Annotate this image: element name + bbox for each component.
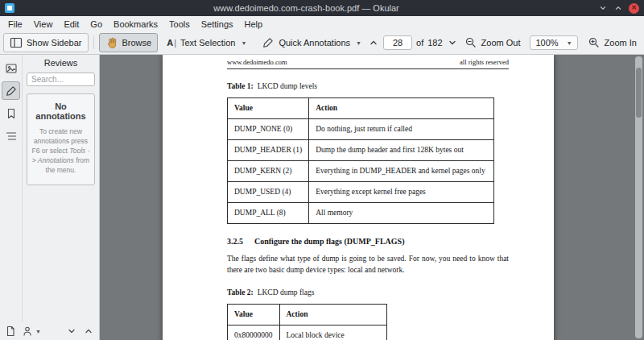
magnifier-minus-icon bbox=[464, 36, 477, 49]
search-input[interactable] bbox=[27, 73, 95, 86]
chevron-down-icon: ▼ bbox=[567, 40, 572, 46]
reviews-panel: Reviews No annotations To create new ann… bbox=[22, 55, 99, 322]
menu-settings[interactable]: Settings bbox=[196, 18, 239, 31]
cell-value: DUMP_ALL (8) bbox=[228, 203, 309, 224]
toolbar-separator bbox=[93, 36, 94, 49]
column-header-action: Action bbox=[309, 98, 494, 119]
table1-caption: Table 1:LKCD dump levels bbox=[227, 82, 509, 90]
scrollbar-thumb[interactable] bbox=[636, 68, 642, 118]
browse-button[interactable]: Browse bbox=[99, 33, 159, 52]
show-sidebar-button[interactable]: Show Sidebar bbox=[3, 33, 89, 52]
group-by-author-button[interactable]: ▼ bbox=[22, 325, 41, 337]
page-navigation: of 182 bbox=[368, 35, 458, 50]
cell-value: DUMP_NONE (0) bbox=[228, 119, 309, 140]
table-row: DUMP_KERN (2) Everything in DUMP_HEADER … bbox=[228, 161, 494, 182]
page-number-input[interactable] bbox=[383, 35, 412, 50]
zoom-out-button[interactable]: Zoom Out bbox=[458, 33, 527, 52]
table-of-contents-icon bbox=[5, 130, 18, 143]
section-title: Configure the dump flags (DUMP_FLAGS) bbox=[254, 237, 404, 246]
panel-title: Reviews bbox=[27, 57, 95, 73]
sidebar-main: Reviews No annotations To create new ann… bbox=[0, 55, 99, 322]
sidebar-panel-icon bbox=[10, 36, 23, 49]
cell-value: DUMP_USED (4) bbox=[228, 182, 309, 203]
bookmark-icon bbox=[5, 107, 18, 120]
cell-action: All memory bbox=[309, 203, 494, 224]
close-icon[interactable]: ✕ bbox=[629, 3, 639, 14]
cell-action: Dump the dump header and first 128K byte… bbox=[309, 140, 494, 161]
zoom-in-button[interactable]: Zoom In bbox=[581, 33, 643, 52]
table-row: DUMP_NONE (0) Do nothing, just return if… bbox=[228, 119, 494, 140]
thumbnails-tab[interactable] bbox=[2, 59, 20, 77]
toolbar-left: Show Sidebar Browse A| Text Selection ▼ … bbox=[3, 33, 368, 52]
quick-annotations-label: Quick Annotations bbox=[279, 38, 350, 48]
maximize-icon[interactable] bbox=[613, 3, 623, 13]
menu-tools[interactable]: Tools bbox=[163, 18, 196, 31]
column-header-value: Value bbox=[228, 305, 280, 325]
next-page-icon[interactable] bbox=[447, 37, 458, 48]
previous-page-icon[interactable] bbox=[368, 37, 379, 48]
author-person-icon bbox=[22, 325, 33, 337]
table-header-row: Value Action bbox=[228, 98, 494, 119]
text-selection-icon: A| bbox=[167, 38, 176, 48]
text-selection-button[interactable]: A| Text Selection ▼ bbox=[160, 35, 253, 51]
table-row: 0x80000000 Local block device bbox=[228, 325, 387, 340]
no-annotations-title: No annotations bbox=[31, 102, 90, 121]
browse-label: Browse bbox=[122, 38, 152, 48]
pdf-page-content: www.dedoimedo.com all rights reserved Ta… bbox=[163, 55, 554, 340]
cell-value: 0x80000000 bbox=[228, 325, 280, 340]
menu-file[interactable]: File bbox=[2, 18, 28, 31]
table1-caption-label: Table 1: bbox=[227, 82, 254, 90]
bookmarks-tab[interactable] bbox=[2, 104, 20, 122]
menubar: File View Edit Go Bookmarks Tools Settin… bbox=[0, 16, 644, 31]
menu-edit[interactable]: Edit bbox=[58, 18, 85, 31]
vertical-scrollbar[interactable] bbox=[635, 56, 642, 338]
annotation-pen-icon bbox=[5, 85, 18, 97]
chevron-up-icon bbox=[83, 325, 94, 337]
cell-action: Everything except kernel free pages bbox=[309, 182, 494, 203]
okular-window: www.dedoimedo.com-crash-book.pdf — Okula… bbox=[0, 0, 644, 340]
table2-caption: Table 2:LKCD dump flags bbox=[227, 288, 509, 296]
column-header-value: Value bbox=[228, 98, 309, 119]
reviews-tab[interactable] bbox=[2, 81, 20, 100]
document-viewport[interactable]: www.dedoimedo.com all rights reserved Ta… bbox=[100, 55, 644, 340]
pdf-running-header: www.dedoimedo.com all rights reserved bbox=[227, 58, 509, 69]
zoom-level-combo[interactable]: 100% ▼ bbox=[530, 35, 577, 50]
show-sidebar-label: Show Sidebar bbox=[27, 38, 82, 48]
toolbar-right: Zoom Out 100% ▼ Zoom In bbox=[458, 33, 643, 52]
group-by-page-button[interactable] bbox=[5, 325, 16, 337]
table1-caption-text: LKCD dump levels bbox=[258, 82, 317, 90]
cell-action: Local block device bbox=[279, 325, 386, 340]
titlebar: www.dedoimedo.com-crash-book.pdf — Okula… bbox=[0, 0, 644, 16]
header-rights: all rights reserved bbox=[460, 58, 509, 66]
hand-browse-icon bbox=[105, 36, 118, 49]
reviews-toolbar: ▼ bbox=[0, 322, 99, 340]
section-number: 3.2.5 bbox=[227, 237, 243, 246]
collapse-all-button[interactable] bbox=[83, 325, 94, 337]
okular-app-icon bbox=[5, 3, 14, 13]
magnifier-plus-icon bbox=[588, 36, 601, 49]
menu-go[interactable]: Go bbox=[85, 18, 108, 31]
table-row: DUMP_ALL (8) All memory bbox=[228, 203, 494, 224]
page-icon bbox=[5, 325, 16, 337]
expand-all-button[interactable] bbox=[66, 325, 77, 337]
quick-annotations-button[interactable]: Quick Annotations ▼ bbox=[255, 33, 368, 52]
menu-help[interactable]: Help bbox=[239, 18, 269, 31]
content-area: Reviews No annotations To create new ann… bbox=[0, 55, 644, 340]
chevron-down-icon: ▼ bbox=[35, 329, 41, 334]
chevron-down-icon: ▼ bbox=[356, 40, 361, 46]
header-website: www.dedoimedo.com bbox=[227, 58, 287, 66]
menu-bookmarks[interactable]: Bookmarks bbox=[108, 18, 163, 31]
pen-icon bbox=[262, 36, 275, 49]
menu-view[interactable]: View bbox=[28, 18, 59, 31]
dump-levels-table: Value Action DUMP_NONE (0) Do nothing, j… bbox=[227, 97, 494, 224]
toolbar: Show Sidebar Browse A| Text Selection ▼ … bbox=[0, 31, 644, 55]
chevron-down-icon bbox=[66, 325, 77, 337]
table2-caption-text: LKCD dump flags bbox=[258, 288, 315, 296]
minimize-icon[interactable] bbox=[598, 3, 608, 13]
contents-tab[interactable] bbox=[2, 126, 20, 145]
sidebar: Reviews No annotations To create new ann… bbox=[0, 55, 100, 340]
chevron-down-icon: ▼ bbox=[241, 40, 246, 46]
zoom-in-label: Zoom In bbox=[605, 38, 637, 48]
thumbnails-icon bbox=[5, 62, 18, 75]
zoom-level-value: 100% bbox=[535, 38, 558, 48]
